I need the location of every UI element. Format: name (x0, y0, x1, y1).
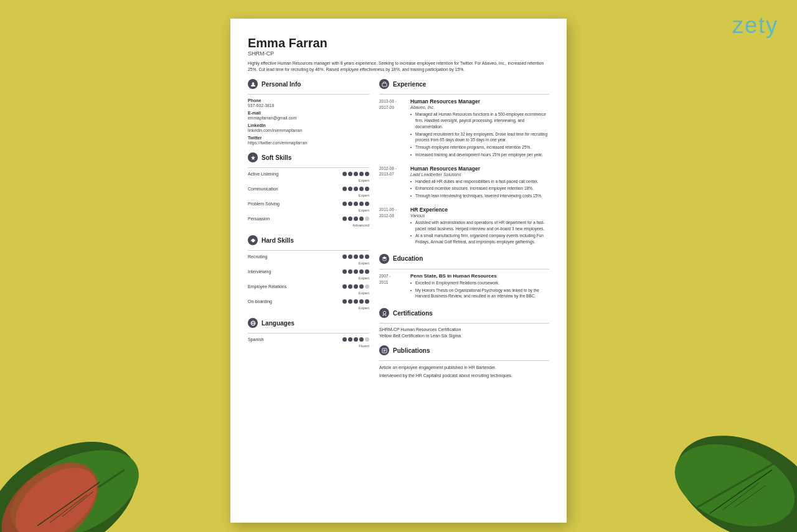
problem-solving-skill: Problem Solving Expert (248, 202, 369, 213)
dot (348, 202, 352, 206)
skill-level: Fluent (359, 344, 369, 348)
left-column: Personal Info Phone 937-602-3818 E-mail … (248, 79, 369, 380)
dot (365, 187, 369, 191)
education-divider (379, 269, 549, 269)
hard-skills-icon (248, 235, 258, 245)
hard-skills-divider (248, 250, 369, 251)
soft-skills-title: Soft Skills (262, 154, 291, 161)
dot (342, 217, 347, 221)
dot (348, 172, 352, 176)
leaf-right (648, 395, 797, 532)
exp-job-title: Human Resources Manager (410, 166, 549, 172)
bullet: Managed all Human Resources functions in… (410, 111, 549, 129)
edu-dates: 2007 -2011 (379, 273, 405, 301)
skill-level: Expert (359, 179, 369, 182)
skill-name: Employee Relations (248, 284, 298, 289)
skill-name: Active Listening (248, 172, 298, 176)
dot (354, 254, 358, 259)
skill-name: Problem Solving (248, 202, 298, 206)
onboarding-skill: On-boarding Expert (248, 299, 369, 310)
experience-divider (379, 94, 549, 95)
dot (342, 254, 347, 259)
bullet: My Honors Thesis on Organizational Psych… (410, 287, 549, 300)
exp-dates: 2011-06 -2012-08 (379, 207, 405, 246)
communication-skill: Communication Expert (248, 187, 369, 198)
cert-item: SHRM-CP Human Resources Certification (379, 327, 549, 332)
email-label: E-mail (248, 111, 369, 115)
languages-section-header: Languages (248, 318, 369, 328)
exp-company: Ladd Leadbetter Solutions (410, 172, 549, 177)
dot (359, 299, 364, 304)
exp-entry-3: 2011-06 -2012-08 HR Experience Various A… (379, 207, 549, 246)
dot (365, 269, 369, 274)
skill-name: Spanish (248, 337, 298, 342)
svg-rect-6 (382, 83, 386, 86)
resume-job-title: SHRM-CP (248, 50, 549, 57)
spanish-skill: Spanish Fluent (248, 337, 369, 348)
skill-level: Expert (359, 194, 369, 197)
phone-label: Phone (248, 98, 369, 103)
personal-info-icon (248, 79, 258, 89)
exp-dates: 2013-08 -2017-09 (379, 98, 405, 159)
skill-dots (342, 172, 369, 176)
bullet: Excelled in Employment Relations coursew… (410, 280, 549, 286)
exp-dates: 2012-08 -2013-07 (379, 166, 405, 200)
skill-level: Expert (359, 261, 369, 265)
certifications-section-header: Certifications (379, 308, 549, 318)
publications-list: Article on employee engagement published… (379, 365, 549, 379)
skill-dots (342, 269, 369, 274)
dot-empty (365, 284, 369, 289)
dot (354, 269, 358, 274)
dot (342, 187, 347, 191)
skill-dots (342, 299, 369, 304)
dot (348, 299, 352, 304)
dot (359, 187, 364, 191)
dot (365, 299, 369, 304)
pub-item: Article on employee engagement published… (379, 365, 549, 371)
leaf-left (0, 408, 174, 532)
exp-bullets: Handled all HR duties and responsibiliti… (410, 179, 549, 199)
languages-divider (248, 333, 369, 334)
soft-skills-section-header: Soft Skills (248, 152, 369, 162)
twitter-value: https://twitter.com/emmapfarran (248, 141, 369, 145)
twitter-field: Twitter https://twitter.com/emmapfarran (248, 136, 369, 145)
dot (348, 254, 352, 259)
right-column: Experience 2013-08 -2017-09 Human Resour… (379, 79, 549, 380)
personal-info-title: Personal Info (262, 81, 301, 88)
dot (359, 337, 364, 342)
dot (348, 284, 352, 289)
email-field: E-mail emmapfarran@gmail.com (248, 111, 369, 120)
bullet: Assisted with administration and operati… (410, 220, 549, 232)
dot (365, 254, 369, 259)
skill-dots (342, 254, 369, 259)
email-value: emmapfarran@gmail.com (248, 116, 369, 120)
exp-content: HR Experience Various Assisted with admi… (410, 207, 549, 246)
skill-name: Recruiting (248, 254, 298, 259)
persuasion-skill: Persuasion Advanced (248, 217, 369, 228)
dot (342, 284, 347, 289)
employee-relations-skill: Employee Relations Expert (248, 284, 369, 296)
cert-item: Yellow Belt Certification in Lean Six Si… (379, 334, 549, 338)
dot (359, 254, 364, 259)
resume-paper: Emma Farran SHRM-CP Highly effective Hum… (230, 19, 567, 523)
publications-title: Publications (393, 347, 430, 354)
languages-icon (248, 318, 258, 328)
skill-level: Expert (359, 276, 369, 280)
skill-dots (342, 337, 369, 342)
dot (354, 284, 358, 289)
certifications-list: SHRM-CP Human Resources Certification Ye… (379, 327, 549, 338)
recruiting-skill: Recruiting Expert (248, 254, 369, 266)
skill-level: Expert (359, 208, 369, 212)
skill-dots (342, 217, 369, 221)
dot (354, 172, 358, 176)
linkedin-field: LinkedIn linkedin.com/in/emmapfarran (248, 123, 369, 133)
skill-level: Advanced (352, 223, 369, 227)
dot (354, 202, 358, 206)
dot (354, 299, 358, 304)
linkedin-value: linkedin.com/in/emmapfarran (248, 128, 369, 133)
edu-entry-1: 2007 -2011 Penn State, BS in Human Resou… (379, 273, 549, 301)
pub-item: Interviewed by the HR Capitalist podcast… (379, 373, 549, 379)
education-section-header: Education (379, 254, 549, 264)
certifications-icon (379, 308, 389, 318)
experience-title: Experience (393, 81, 426, 88)
